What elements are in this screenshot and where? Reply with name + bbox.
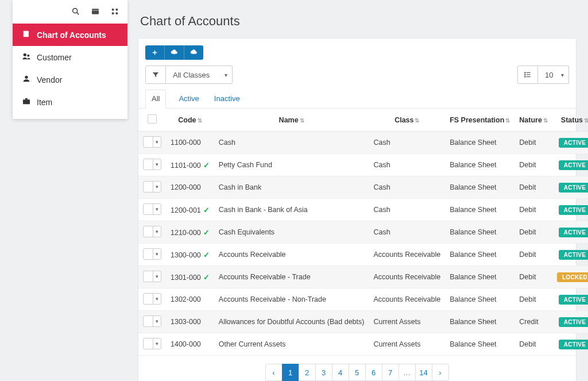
cell-name: Accounts Receivable - Trade: [219, 273, 311, 281]
check-icon: ✓: [203, 229, 210, 237]
page-3[interactable]: 3: [315, 364, 332, 381]
svg-line-1: [77, 13, 79, 15]
cell-class: Accounts Receivable: [373, 295, 440, 303]
table-row: ▾1302-000Accounts Receivable - Non-Trade…: [138, 288, 588, 311]
svg-point-8: [24, 53, 26, 56]
filter-button[interactable]: [145, 66, 166, 84]
col-class-header[interactable]: Class: [394, 116, 413, 124]
svg-point-17: [525, 72, 525, 73]
page-2[interactable]: 2: [299, 364, 316, 381]
row-select[interactable]: ▾: [143, 315, 161, 327]
add-button[interactable]: [145, 45, 164, 60]
class-filter-select[interactable]: All Classes: [166, 66, 233, 84]
row-select[interactable]: ▾: [143, 203, 161, 215]
svg-point-0: [73, 9, 78, 13]
page-prev[interactable]: ‹: [265, 364, 283, 381]
cell-name: Cash in Bank: [219, 183, 261, 191]
cell-nature: Credit: [519, 318, 538, 326]
cell-name: Cash in Bank - Bank of Asia: [219, 206, 308, 214]
table-row: ▾1200-000Cash in BankCashBalance SheetDe…: [138, 176, 588, 199]
sidebar-item-label: Customer: [37, 53, 72, 62]
cell-class: Cash: [373, 206, 390, 214]
row-select[interactable]: ▾: [143, 248, 161, 260]
row-select[interactable]: ▾: [143, 271, 161, 282]
upload-button[interactable]: [184, 45, 203, 60]
settings-icon[interactable]: [110, 7, 119, 18]
svg-point-4: [115, 9, 118, 11]
cell-class: Cash: [373, 228, 390, 236]
svg-point-5: [112, 12, 114, 14]
table-row: ▾1100-000CashCashBalance SheetDebitACTIV…: [138, 132, 588, 154]
table-row: ▾1200-001✓Cash in Bank - Bank of AsiaCas…: [138, 199, 588, 221]
cell-fs: Balance Sheet: [450, 138, 496, 147]
page-size-select[interactable]: 10: [538, 66, 569, 84]
cell-class: Cash: [373, 161, 390, 169]
tab-all[interactable]: All: [145, 90, 166, 109]
sidebar-item-item[interactable]: Item: [13, 91, 127, 113]
page-7[interactable]: 7: [382, 364, 399, 381]
row-select[interactable]: ▾: [143, 226, 161, 237]
status-badge: ACTIVE: [559, 160, 588, 170]
briefcase-icon: [22, 97, 31, 107]
select-all-checkbox[interactable]: [148, 114, 157, 124]
cell-name: Other Current Assets: [219, 340, 286, 348]
cell-nature: Debit: [519, 161, 536, 169]
main-content: Chart of Accounts: [127, 0, 588, 381]
sidebar-item-customer[interactable]: Customer: [13, 46, 127, 68]
user-icon: [22, 74, 31, 85]
inbox-icon[interactable]: [91, 7, 100, 18]
cell-code: 1200-001: [171, 206, 201, 214]
sidebar-item-chart-of-accounts[interactable]: Chart of Accounts: [13, 24, 127, 46]
row-select[interactable]: ▾: [143, 181, 161, 193]
check-icon: ✓: [203, 274, 210, 282]
check-icon: ✓: [203, 206, 210, 214]
svg-point-3: [112, 9, 114, 11]
status-tabs: AllActiveInactive: [138, 90, 576, 109]
check-icon: ✓: [203, 161, 210, 170]
download-button[interactable]: [164, 45, 184, 60]
table-row: ▾1210-000✓Cash EquivalentsCashBalance Sh…: [138, 221, 588, 244]
row-select[interactable]: ▾: [143, 293, 161, 305]
row-select[interactable]: ▾: [143, 338, 161, 349]
col-status-header[interactable]: Status: [561, 116, 583, 124]
cell-name: Cash Equivalents: [219, 228, 274, 236]
cell-code: 1300-000: [171, 251, 201, 259]
status-badge: ACTIVE: [559, 295, 588, 305]
cell-fs: Balance Sheet: [450, 340, 496, 348]
table-row: ▾1303-000Allowances for Doubtful Account…: [138, 311, 588, 333]
row-select[interactable]: ▾: [143, 159, 161, 170]
cell-nature: Debit: [519, 295, 536, 303]
svg-rect-11: [23, 99, 30, 104]
table-row: ▾1301-000✓Accounts Receivable - TradeAcc…: [138, 266, 588, 288]
search-icon[interactable]: [71, 7, 80, 18]
cell-class: Cash: [373, 183, 390, 191]
sidebar-item-vendor[interactable]: Vendor: [13, 68, 127, 91]
cell-name: Allowances for Doubtful Accounts (Bad de…: [219, 318, 365, 326]
cell-fs: Balance Sheet: [450, 161, 496, 169]
cell-code: 1200-000: [171, 183, 201, 191]
page-14[interactable]: 14: [415, 364, 432, 381]
col-nature-header[interactable]: Nature: [519, 116, 542, 124]
col-fs-header[interactable]: FS Presentation: [450, 116, 504, 124]
page-ellipsis: …: [399, 364, 416, 381]
cell-nature: Debit: [519, 273, 536, 281]
book-icon: [22, 29, 31, 40]
tab-active[interactable]: Active: [176, 90, 201, 109]
col-name-header[interactable]: Name: [279, 116, 299, 124]
list-view-button[interactable]: [517, 66, 538, 84]
col-code-header[interactable]: Code: [178, 116, 196, 124]
page-1[interactable]: 1: [282, 364, 299, 381]
page-4[interactable]: 4: [332, 364, 349, 381]
cell-code: 1400-000: [171, 340, 201, 348]
svg-rect-2: [92, 9, 99, 14]
accounts-card: All Classes 10 AllActiveInactive Code⇅ N…: [138, 38, 577, 381]
row-select[interactable]: ▾: [143, 136, 161, 148]
cell-fs: Balance Sheet: [450, 273, 496, 281]
cell-name: Cash: [219, 138, 235, 147]
cell-class: Accounts Receivable: [373, 273, 440, 281]
cell-class: Accounts Receivable: [373, 251, 440, 259]
page-next[interactable]: ›: [432, 364, 449, 381]
page-5[interactable]: 5: [349, 364, 366, 381]
tab-inactive[interactable]: Inactive: [212, 90, 242, 109]
page-6[interactable]: 6: [365, 364, 382, 381]
